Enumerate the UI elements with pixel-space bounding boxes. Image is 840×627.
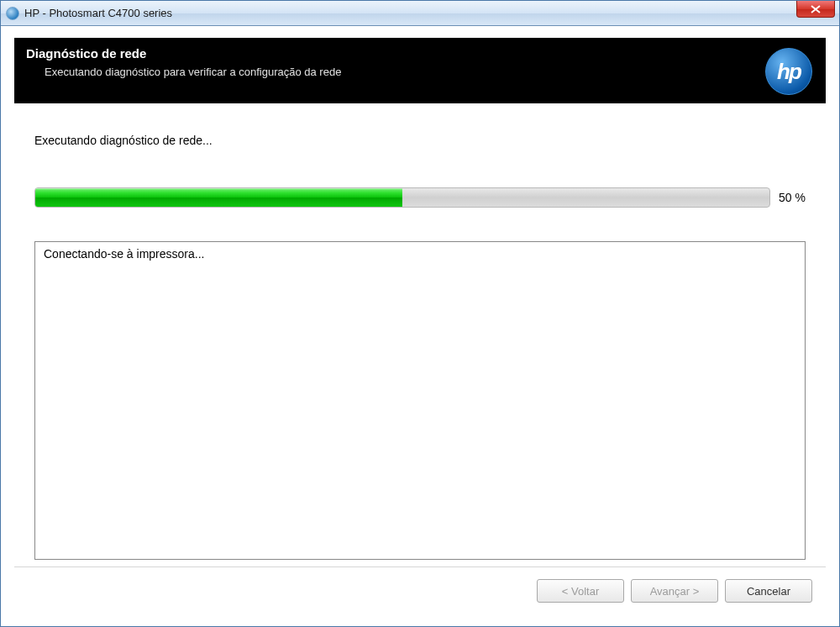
log-output[interactable]: Conectando-se à impressora... bbox=[34, 241, 806, 560]
wizard-subtitle: Executando diagnóstico para verificar a … bbox=[26, 66, 814, 78]
close-icon bbox=[811, 5, 821, 13]
progress-percent-label: 50 % bbox=[779, 191, 806, 204]
wizard-footer: < Voltar Avançar > Cancelar bbox=[14, 566, 826, 616]
progress-bar bbox=[34, 187, 770, 208]
dialog-window: HP - Photosmart C4700 series Diagnóstico… bbox=[0, 0, 840, 627]
wizard-content: Executando diagnóstico de rede... 50 % C… bbox=[14, 103, 826, 566]
cancel-button[interactable]: Cancelar bbox=[725, 579, 812, 603]
wizard-title: Diagnóstico de rede bbox=[26, 46, 814, 61]
log-line: Conectando-se à impressora... bbox=[44, 247, 796, 261]
wizard-header: Diagnóstico de rede Executando diagnósti… bbox=[14, 38, 826, 103]
progress-row: 50 % bbox=[34, 187, 806, 208]
next-button[interactable]: Avançar > bbox=[631, 579, 718, 603]
titlebar[interactable]: HP - Photosmart C4700 series bbox=[1, 1, 839, 26]
dialog-body: Diagnóstico de rede Executando diagnósti… bbox=[1, 26, 839, 626]
progress-fill bbox=[35, 188, 402, 207]
close-button[interactable] bbox=[796, 1, 835, 18]
app-icon bbox=[6, 7, 19, 20]
window-title: HP - Photosmart C4700 series bbox=[24, 7, 172, 19]
hp-logo-icon: hp bbox=[765, 48, 812, 95]
status-text: Executando diagnóstico de rede... bbox=[34, 134, 806, 147]
back-button[interactable]: < Voltar bbox=[537, 579, 624, 603]
